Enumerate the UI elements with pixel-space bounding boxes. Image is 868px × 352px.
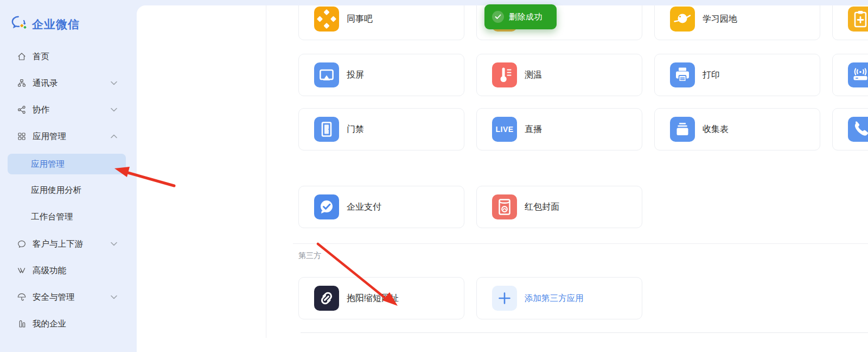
wecom-admin-page: 企业微信 首页 通讯录 协作 应用管理 应用管理 应用使用分: [0, 0, 868, 352]
sidebar-item-advanced-features[interactable]: 高级功能: [0, 263, 133, 278]
sidebar-item-label: 高级功能: [33, 265, 66, 276]
content-vertical-divider: [266, 5, 266, 338]
org-chart-icon: [17, 78, 27, 88]
app-card-xuexiyuandi[interactable]: 学习园地: [654, 5, 820, 40]
add-third-party-app-button[interactable]: 添加第三方应用: [476, 277, 642, 319]
app-card-label: 直播: [525, 124, 542, 135]
router-icon: [848, 62, 868, 87]
grid-icon: [17, 131, 27, 141]
sidebar-item-contacts[interactable]: 通讯录: [0, 76, 133, 90]
app-card-hongbaofengmian[interactable]: 红包封面: [476, 186, 642, 228]
sidebar-item-app-management[interactable]: 应用管理: [0, 129, 133, 143]
clipboard-plus-icon: [848, 7, 868, 32]
chevron-down-icon: [111, 295, 117, 299]
diamond-icon: [314, 7, 339, 32]
app-card-clipped-2[interactable]: [832, 54, 868, 96]
phone-icon: [848, 117, 868, 142]
chevron-up-icon: [111, 134, 117, 139]
live-badge: LIVE: [492, 117, 517, 142]
company-icon: [17, 319, 27, 329]
sidebar-subitem-label[interactable]: 应用管理: [31, 159, 65, 170]
section-title-third-party: 第三方: [298, 251, 321, 261]
sidebar-item-security-management[interactable]: 安全与管理: [0, 290, 133, 304]
app-card-tongshiba[interactable]: 同事吧: [298, 5, 464, 40]
sidebar-item-label: 我的企业: [33, 318, 66, 330]
app-card-label: 抱阳缩短网址: [347, 293, 399, 304]
app-card-label: 红包封面: [525, 202, 559, 213]
screen-cast-icon: [314, 62, 339, 87]
link-icon: [314, 286, 339, 311]
door-icon: [314, 117, 339, 142]
chevron-down-icon: [111, 81, 117, 85]
home-icon: [17, 52, 27, 61]
double-v-icon: [17, 266, 27, 275]
app-card-shoujibiao[interactable]: 收集表: [654, 108, 820, 150]
wecom-logo[interactable]: 企业微信: [11, 15, 80, 34]
app-card-clipped-1[interactable]: [832, 5, 868, 40]
sidebar-item-label: 应用管理: [33, 131, 66, 142]
sidebar-subitem-workbench-management[interactable]: 工作台管理: [0, 210, 133, 224]
app-card-qiyezhifu[interactable]: 企业支付: [298, 186, 464, 228]
sidebar-item-label: 客户与上下游: [33, 238, 83, 250]
app-card-label: 测温: [525, 70, 542, 81]
umbrella-icon: [17, 292, 27, 302]
sidebar-item-label: 首页: [33, 51, 49, 62]
drawer-icon: [670, 117, 695, 142]
sidebar-subitem-app-usage-analysis[interactable]: 应用使用分析: [0, 183, 133, 197]
app-card-label: 学习园地: [703, 14, 737, 25]
app-card-label: 企业支付: [347, 202, 381, 213]
pay-check-bubble-icon: [314, 194, 339, 219]
app-card-menjin[interactable]: 门禁: [298, 108, 464, 150]
sidebar-item-customers[interactable]: 客户与上下游: [0, 237, 133, 251]
section-divider: [293, 243, 868, 244]
wecom-logo-icon: [11, 15, 28, 34]
add-third-party-app-label: 添加第三方应用: [525, 293, 584, 304]
app-card-label: 投屏: [347, 70, 364, 81]
sidebar-subitem-label: 工作台管理: [31, 211, 73, 223]
sidebar-item-label: 安全与管理: [33, 292, 75, 303]
live-badge-text: LIVE: [495, 125, 513, 134]
toast-text: 删除成功: [509, 12, 542, 22]
sidebar-item-home[interactable]: 首页: [0, 49, 133, 64]
app-card-touping[interactable]: 投屏: [298, 54, 464, 96]
toast-delete-success: 删除成功: [484, 4, 557, 29]
sidebar-item-my-company[interactable]: 我的企业: [0, 317, 133, 331]
app-card-zhibo[interactable]: LIVE 直播: [476, 108, 642, 150]
app-card-label: 门禁: [347, 124, 364, 135]
app-card-baoyang-short-url[interactable]: 抱阳缩短网址: [298, 277, 464, 319]
sidebar-item-label: 协作: [33, 104, 49, 116]
app-card-cewen[interactable]: 测温: [476, 54, 642, 96]
main-content-panel: 同事吧 学习园地 投屏: [137, 5, 868, 352]
chat-bubble-icon: [17, 239, 27, 249]
sidebar-subitem-label: 应用使用分析: [31, 185, 81, 196]
share-nodes-icon: [17, 105, 27, 115]
app-card-dayin[interactable]: 打印: [654, 54, 820, 96]
app-card-label: 打印: [703, 70, 720, 81]
app-card-clipped-3[interactable]: [832, 108, 868, 150]
app-card-label: 收集表: [703, 124, 729, 135]
check-circle-icon: [492, 11, 504, 23]
chevron-down-icon: [111, 242, 117, 246]
app-card-label: 同事吧: [347, 14, 373, 25]
thermometer-icon: [492, 62, 517, 87]
sidebar: 企业微信 首页 通讯录 协作 应用管理 应用管理 应用使用分: [0, 0, 137, 352]
plus-icon: [492, 286, 517, 311]
sidebar-item-collaboration[interactable]: 协作: [0, 103, 133, 117]
chevron-down-icon: [111, 108, 117, 112]
wecom-logo-text: 企业微信: [32, 17, 80, 32]
printer-icon: [670, 62, 695, 87]
sidebar-subitem-app-management-selected[interactable]: [8, 154, 126, 174]
sidebar-item-label: 通讯录: [33, 78, 58, 89]
red-packet-icon: [492, 194, 517, 219]
planet-icon: [670, 7, 695, 32]
bottom-divider: [301, 332, 868, 333]
